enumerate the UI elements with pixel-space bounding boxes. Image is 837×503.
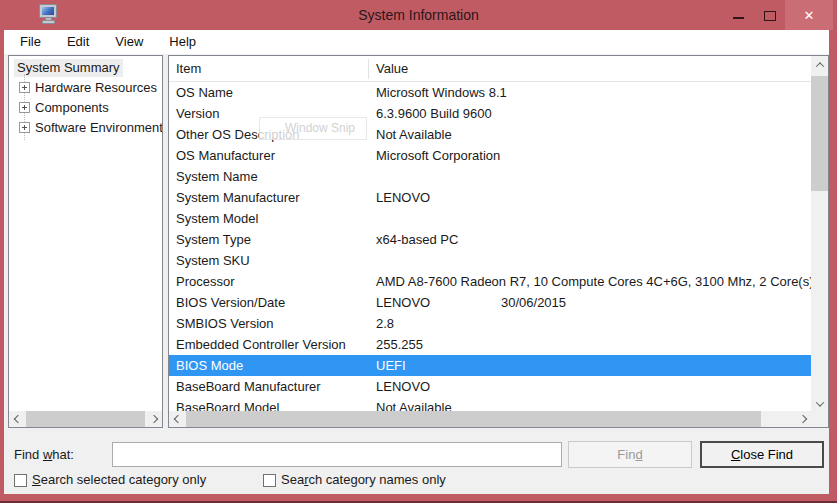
scroll-left-icon[interactable] xyxy=(9,411,26,427)
tree-item-hardware-resources[interactable]: Hardware Resources xyxy=(9,78,162,98)
search-selected-category-option: Search selected category only xyxy=(14,472,206,488)
maximize-icon xyxy=(764,11,776,21)
close-find-button[interactable]: Close Find xyxy=(700,441,824,468)
item-cell: BaseBoard Manufacturer xyxy=(176,376,321,397)
value-cell: Microsoft Corporation xyxy=(376,145,500,166)
table-row[interactable]: System Typex64-based PC xyxy=(169,229,811,250)
item-cell: Processor xyxy=(176,271,235,292)
tree-item-label: Components xyxy=(35,98,109,118)
table-row[interactable]: System SKU xyxy=(169,250,811,271)
value-cell: LENOVO xyxy=(376,292,430,313)
tree-item-label: Hardware Resources xyxy=(35,78,157,98)
titlebar: System Information ✕ xyxy=(0,0,837,30)
table-row[interactable]: BIOS Version/DateLENOVO30/06/2015 xyxy=(169,292,811,313)
scroll-up-icon[interactable] xyxy=(811,56,828,73)
menu-view[interactable]: View xyxy=(109,30,149,54)
table-vertical-scrollbar[interactable] xyxy=(811,56,828,412)
tree-item-label: Software Environment xyxy=(35,118,162,138)
table-row[interactable]: BaseBoard ManufacturerLENOVO xyxy=(169,376,811,397)
value-cell: Not Available xyxy=(376,124,452,145)
menu-help[interactable]: Help xyxy=(163,30,202,54)
table-row[interactable]: SMBIOS Version2.8 xyxy=(169,313,811,334)
item-cell: System Name xyxy=(176,166,258,187)
table-row[interactable]: ProcessorAMD A8-7600 Radeon R7, 10 Compu… xyxy=(169,271,811,292)
item-cell: System Manufacturer xyxy=(176,187,300,208)
item-cell: BIOS Version/Date xyxy=(176,292,285,313)
value-cell: AMD A8-7600 Radeon R7, 10 Compute Cores … xyxy=(376,271,811,292)
category-tree-pane: System Summary Hardware ResourcesCompone… xyxy=(8,55,163,428)
close-button[interactable]: ✕ xyxy=(785,0,833,30)
menu-edit[interactable]: Edit xyxy=(61,30,95,54)
column-header-value[interactable]: Value xyxy=(376,56,408,82)
table-header: Item Value xyxy=(169,56,828,82)
find-button[interactable]: Find xyxy=(568,441,692,468)
scroll-right-icon[interactable] xyxy=(145,411,162,427)
table-row[interactable]: BIOS ModeUEFI xyxy=(169,355,811,376)
value-cell: LENOVO xyxy=(376,187,430,208)
maximize-button[interactable] xyxy=(756,0,784,30)
find-what-input[interactable] xyxy=(112,442,562,467)
item-cell: SMBIOS Version xyxy=(176,313,274,334)
item-cell: OS Name xyxy=(176,82,233,103)
menubar: File Edit View Help xyxy=(4,30,829,54)
close-icon: ✕ xyxy=(804,8,815,23)
value2-cell: 30/06/2015 xyxy=(501,292,566,313)
expand-plus-icon[interactable] xyxy=(19,82,30,93)
minimize-button[interactable] xyxy=(724,0,752,30)
item-cell: BIOS Mode xyxy=(176,355,243,376)
item-cell: BaseBoard Model xyxy=(176,397,279,412)
scrollbar-corner xyxy=(811,411,828,427)
scrollbar-thumb[interactable] xyxy=(26,411,145,427)
expand-plus-icon[interactable] xyxy=(19,122,30,133)
value-cell: Not Available xyxy=(376,397,452,412)
search-selected-category-checkbox[interactable] xyxy=(14,474,27,487)
scroll-down-icon[interactable] xyxy=(811,395,828,412)
item-cell: Version xyxy=(176,103,219,124)
table-row[interactable]: OS ManufacturerMicrosoft Corporation xyxy=(169,145,811,166)
column-divider[interactable] xyxy=(368,59,369,79)
search-category-names-option: Search category names only xyxy=(263,472,446,488)
value-cell: x64-based PC xyxy=(376,229,458,250)
tree-horizontal-scrollbar[interactable] xyxy=(9,411,162,427)
snipping-tool-ghost-tooltip: Window Snip xyxy=(259,117,367,140)
window-body: File Edit View Help System Summary Hardw… xyxy=(4,30,829,494)
search-category-names-checkbox[interactable] xyxy=(263,474,276,487)
item-cell: System Model xyxy=(176,208,258,229)
search-selected-category-label: Search selected category only xyxy=(32,472,206,488)
scroll-right-icon[interactable] xyxy=(794,411,811,427)
table-row[interactable]: Embedded Controller Version255.255 xyxy=(169,334,811,355)
expand-plus-icon[interactable] xyxy=(19,102,30,113)
find-what-label: Find what: xyxy=(14,442,74,467)
table-row[interactable]: OS NameMicrosoft Windows 8.1 xyxy=(169,82,811,103)
tree-item-system-summary[interactable]: System Summary xyxy=(14,59,123,77)
table-row[interactable]: System ManufacturerLENOVO xyxy=(169,187,811,208)
value-cell: LENOVO xyxy=(376,376,430,397)
scrollbar-thumb[interactable] xyxy=(811,76,828,191)
tree-item-software-environment[interactable]: Software Environment xyxy=(9,118,162,138)
minimize-icon xyxy=(733,17,744,19)
table-row[interactable]: System Model xyxy=(169,208,811,229)
column-header-item[interactable]: Item xyxy=(176,56,201,82)
value-cell: Microsoft Windows 8.1 xyxy=(376,82,507,103)
window-title: System Information xyxy=(0,0,837,30)
table-row[interactable]: System Name xyxy=(169,166,811,187)
search-category-names-label: Search category names only xyxy=(281,472,446,488)
item-cell: System SKU xyxy=(176,250,250,271)
scroll-left-icon[interactable] xyxy=(169,411,186,427)
category-tree: System Summary Hardware ResourcesCompone… xyxy=(9,56,162,411)
item-cell: System Type xyxy=(176,229,251,250)
system-information-window: System Information ✕ File Edit View Help… xyxy=(0,0,837,503)
scrollbar-thumb[interactable] xyxy=(186,411,761,427)
value-cell: 255.255 xyxy=(376,334,423,355)
item-cell: OS Manufacturer xyxy=(176,145,275,166)
menu-file[interactable]: File xyxy=(14,30,47,54)
value-cell: 6.3.9600 Build 9600 xyxy=(376,103,492,124)
tree-item-components[interactable]: Components xyxy=(9,98,162,118)
value-cell: UEFI xyxy=(376,355,406,376)
table-horizontal-scrollbar[interactable] xyxy=(169,411,811,427)
item-cell: Embedded Controller Version xyxy=(176,334,346,355)
value-cell: 2.8 xyxy=(376,313,394,334)
detail-table-pane: Item Value OS NameMicrosoft Windows 8.1V… xyxy=(168,55,829,428)
table-row[interactable]: BaseBoard ModelNot Available xyxy=(169,397,811,412)
